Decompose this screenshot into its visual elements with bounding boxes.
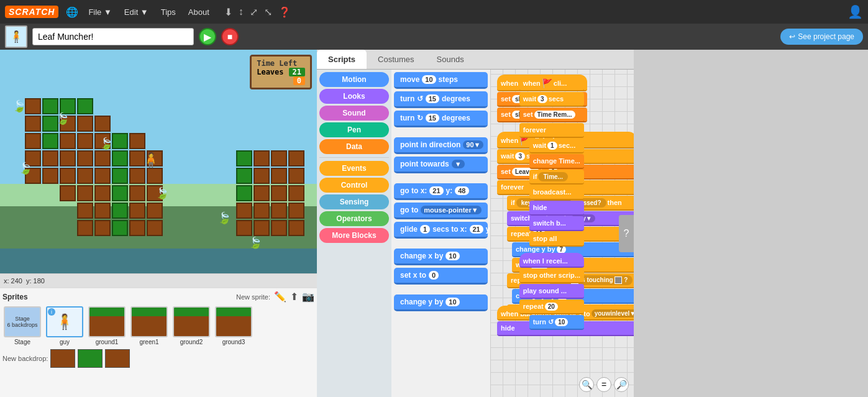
block-goto-xy[interactable]: go to x: 21 y: 48 [394,183,488,200]
see-project-icon: ↩ [789,32,795,41]
camera-sprite-icon[interactable]: 📷 [302,291,314,303]
category-more[interactable]: More Blocks [319,228,389,243]
block-broadcast-2[interactable]: broadcast... [529,185,584,200]
sprite-label-ground2: ground2 [180,339,203,345]
block-stop-all-2[interactable]: stop all [529,232,584,247]
block-change-x[interactable]: change x by 10 [394,249,488,265]
category-motion[interactable]: Motion [319,72,389,87]
script-group-timer: when 🚩 cli... wait 3 secs set Time Rem..… [519,75,584,330]
category-looks[interactable]: Looks [319,89,389,104]
sprite-thumb-ground3 [215,306,252,337]
download-icon[interactable]: ⬇ [224,6,232,18]
tab-costumes[interactable]: Costumes [367,50,426,69]
expand-icon[interactable]: ⤢ [250,6,258,18]
block-play-sound-2[interactable]: play sound ... [519,284,584,299]
shrink-icon[interactable]: ⤡ [264,6,272,18]
sprites-title: Sprites [2,293,28,301]
block-move[interactable]: move 10 steps [394,72,488,89]
zoom-out-button[interactable]: 🔎 [614,377,629,392]
swap-icon[interactable]: ↕ [239,6,244,18]
block-wait-1-sec[interactable]: wait 1 sec... [529,139,584,153]
project-name-input[interactable] [32,28,194,45]
block-turn-right[interactable]: turn ↻ 15 degrees [394,111,488,127]
category-control[interactable]: Control [319,178,389,193]
sprite-thumb-guy: i 🧍 [46,306,83,337]
sprite-item-guy[interactable]: i 🧍 guy [45,305,85,347]
sprite-item-ground2[interactable]: ground2 [171,305,211,347]
category-events[interactable]: Events [319,161,389,176]
sprite-info-badge: i [48,308,55,316]
globe-icon[interactable]: 🌐 [66,6,78,18]
sprites-header: Sprites New sprite: ✏️ ⬆ 📷 [2,291,314,303]
backdrop-mini2 [78,349,103,368]
scripting-area[interactable]: when 🚩 clicked set shaketimelow to 1 set… [491,70,634,397]
block-when-clicked-5[interactable]: when 🚩 cli... [519,75,584,91]
block-forever-3[interactable]: forever [519,123,584,138]
sprites-list: Stage6 backdrops Stage i 🧍 guy [2,305,314,347]
stage-canvas[interactable]: Time Left Leaves 21 0 [0,50,317,273]
categories-panel: Motion Looks Sound Pen Data Events Contr… [317,70,391,397]
green-flag-button[interactable]: ▶ [199,28,216,45]
stage-info: x: 240 y: 180 [0,273,317,287]
category-sound[interactable]: Sound [319,106,389,121]
block-glide[interactable]: glide 1 secs to x: 21 y: 48 [394,222,488,239]
category-operators[interactable]: Operators [319,211,389,226]
main-area: Time Left Leaves 21 0 [0,50,868,397]
block-when-i-receive[interactable]: when I recei... [519,253,584,268]
backdrop-mini3 [105,349,130,368]
category-data[interactable]: Data [319,139,389,154]
block-turn-10[interactable]: turn ↺ 10 [529,315,584,330]
zoom-in-button[interactable]: 🔍 [579,377,594,392]
projectbar: 🧍 v396 ▶ ■ ↩ See project page [0,24,868,50]
x-coord: x: 240 [4,277,22,285]
zoom-reset-button[interactable]: = [596,377,611,392]
scripts-panel: Motion Looks Sound Pen Data Events Contr… [317,70,634,397]
menu-file[interactable]: File ▼ [86,6,114,18]
upload-sprite-icon[interactable]: ⬆ [290,291,298,303]
block-turn-left[interactable]: turn ↺ 15 degrees [394,91,488,108]
paint-sprite-icon[interactable]: ✏️ [274,291,286,303]
block-change-y[interactable]: change y by 10 [394,294,488,311]
sprite-item-ground1[interactable]: ground1 [87,305,127,347]
sprite-label-ground3: ground3 [222,339,245,345]
new-backdrop-row: New backdrop: [2,349,314,368]
blocks-area: Scripts Costumes Sounds Motion Looks Sou… [317,50,634,397]
block-set-x[interactable]: set x to 0 [394,268,488,285]
sprite-label-stage: Stage [14,339,30,345]
tab-sounds[interactable]: Sounds [426,50,475,69]
tab-scripts[interactable]: Scripts [317,50,367,69]
sprite-item-green1[interactable]: green1 [129,305,169,347]
sprite-thumb-ground2 [173,306,210,337]
stop-button[interactable]: ■ [221,28,239,45]
menu-tips[interactable]: Tips [158,6,178,18]
block-set-time-rem[interactable]: set Time Rem... [519,107,584,122]
sprite-item-stage[interactable]: Stage6 backdrops Stage [2,305,42,347]
category-sensing[interactable]: Sensing [319,194,389,209]
sprite-thumb-green1 [130,306,168,337]
see-project-button[interactable]: ↩ See project page [780,29,863,45]
block-wait-3e[interactable]: wait 3 secs [519,92,584,107]
sprite-item-ground3[interactable]: ground3 [214,305,254,347]
block-if-time[interactable]: if Time... [529,170,584,185]
sprite-preview: 🧍 v396 [5,25,27,48]
block-change-time[interactable]: change Time... [529,154,584,169]
block-hide-4[interactable]: hide [529,201,584,216]
menu-about[interactable]: About [186,6,212,18]
block-point-dir[interactable]: point in direction 90▼ [394,137,488,154]
block-switch-bd-2[interactable]: switch b... [529,216,584,231]
block-goto-mouse[interactable]: go to mouse-pointer▼ [394,203,488,219]
help-icon[interactable]: ❓ [278,6,291,18]
sprites-panel: Sprites New sprite: ✏️ ⬆ 📷 Stage6 backdr… [0,287,317,397]
tips-button[interactable]: ? [619,215,634,252]
sprite-thumb-ground1 [88,306,126,337]
block-list: move 10 steps turn ↺ 15 degrees turn ↻ 1… [391,70,491,397]
block-point-towards[interactable]: point towards ▼ [394,157,488,173]
menubar: SCRATCH 🌐 File ▼ Edit ▼ Tips About ⬇ ↕ ⤢… [0,0,868,24]
account-icon[interactable]: 👤 [847,4,863,19]
sprite-label-ground1: ground1 [96,339,119,345]
block-stop-other[interactable]: stop other scrip... [519,268,584,283]
stage-area: Time Left Leaves 21 0 [0,50,317,397]
menu-edit[interactable]: Edit ▼ [122,6,151,18]
block-repeat-20[interactable]: repeat 20 [519,299,584,314]
category-pen[interactable]: Pen [319,122,389,137]
